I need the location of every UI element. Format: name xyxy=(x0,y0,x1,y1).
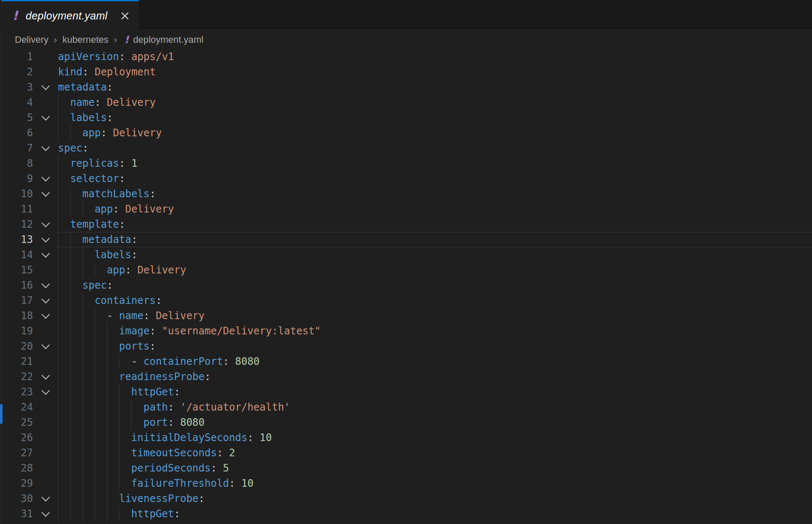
line-number[interactable]: 9 xyxy=(0,171,33,186)
line-number[interactable]: 18 xyxy=(0,308,33,323)
line-number[interactable]: 4 xyxy=(0,95,33,110)
code-line[interactable]: 16spec: xyxy=(0,278,812,293)
code-line[interactable]: 12template: xyxy=(0,217,812,232)
code-line[interactable]: 18- name: Delivery xyxy=(0,308,812,323)
code-line[interactable]: 3metadata: xyxy=(0,80,812,95)
chevron-down-icon[interactable] xyxy=(41,508,50,517)
fold-zone[interactable] xyxy=(33,217,58,232)
fold-zone[interactable] xyxy=(33,110,58,125)
line-number[interactable]: 22 xyxy=(0,369,33,384)
line-number[interactable]: 19 xyxy=(0,323,33,339)
fold-zone[interactable] xyxy=(33,232,58,247)
fold-zone[interactable] xyxy=(33,186,58,201)
line-number[interactable]: 25 xyxy=(0,415,33,430)
fold-zone[interactable] xyxy=(33,354,58,369)
breadcrumb-item[interactable]: kubernetes xyxy=(63,34,109,45)
line-number[interactable]: 2 xyxy=(0,64,33,80)
chevron-down-icon[interactable] xyxy=(41,219,50,227)
fold-zone[interactable] xyxy=(33,262,58,278)
code-line[interactable]: 28periodSeconds: 5 xyxy=(0,461,812,476)
fold-zone[interactable] xyxy=(33,247,58,262)
code-line[interactable]: 13metadata: xyxy=(0,232,812,247)
code-line[interactable]: 4name: Delivery xyxy=(0,95,812,110)
fold-zone[interactable] xyxy=(33,430,58,445)
fold-zone[interactable] xyxy=(33,491,58,506)
fold-zone[interactable] xyxy=(33,293,58,308)
fold-zone[interactable] xyxy=(33,64,58,80)
chevron-down-icon[interactable] xyxy=(41,386,50,395)
line-number[interactable]: 30 xyxy=(0,491,33,506)
fold-zone[interactable] xyxy=(33,201,58,217)
line-number[interactable]: 8 xyxy=(0,156,33,171)
code-line[interactable]: 15app: Delivery xyxy=(0,262,812,278)
line-number[interactable]: 27 xyxy=(0,445,33,461)
code-line[interactable]: 20ports: xyxy=(0,339,812,354)
line-number[interactable]: 12 xyxy=(0,217,33,232)
chevron-down-icon[interactable] xyxy=(41,82,50,90)
chevron-down-icon[interactable] xyxy=(41,341,50,349)
line-number[interactable]: 31 xyxy=(0,506,33,521)
code-line[interactable]: 27timeoutSeconds: 2 xyxy=(0,445,812,461)
line-number[interactable]: 10 xyxy=(0,186,33,201)
line-number[interactable]: 21 xyxy=(0,354,33,369)
chevron-down-icon[interactable] xyxy=(41,112,50,121)
chevron-down-icon[interactable] xyxy=(41,295,50,303)
code-line[interactable]: 29failureThreshold: 10 xyxy=(0,476,812,491)
fold-zone[interactable] xyxy=(33,400,58,415)
close-tab-icon[interactable]: × xyxy=(120,9,130,22)
code-line[interactable]: 14labels: xyxy=(0,247,812,262)
fold-zone[interactable] xyxy=(33,415,58,430)
line-number[interactable]: 11 xyxy=(0,201,33,217)
line-number[interactable]: 28 xyxy=(0,461,33,476)
chevron-down-icon[interactable] xyxy=(41,188,50,197)
fold-zone[interactable] xyxy=(33,125,58,141)
code-line[interactable]: 10matchLabels: xyxy=(0,186,812,201)
code-line[interactable]: 25port: 8080 xyxy=(0,415,812,430)
chevron-down-icon[interactable] xyxy=(41,143,50,151)
fold-zone[interactable] xyxy=(33,445,58,461)
chevron-down-icon[interactable] xyxy=(41,371,50,380)
fold-zone[interactable] xyxy=(33,80,58,95)
line-number[interactable]: 14 xyxy=(0,247,33,262)
code-line[interactable]: 6app: Delivery xyxy=(0,125,812,141)
line-number[interactable]: 26 xyxy=(0,430,33,445)
fold-zone[interactable] xyxy=(33,95,58,110)
code-line[interactable]: 17containers: xyxy=(0,293,812,308)
fold-zone[interactable] xyxy=(33,171,58,186)
code-editor[interactable]: 1apiVersion: apps/v12kind: Deployment3me… xyxy=(0,49,812,521)
code-line[interactable]: 11app: Delivery xyxy=(0,201,812,217)
fold-zone[interactable] xyxy=(33,141,58,156)
line-number[interactable]: 7 xyxy=(0,141,33,156)
line-number[interactable]: 13 xyxy=(0,232,33,247)
breadcrumb-file[interactable]: deployment.yaml xyxy=(133,34,203,45)
breadcrumb-item[interactable]: Delivery xyxy=(15,34,48,45)
code-line[interactable]: 1apiVersion: apps/v1 xyxy=(0,49,812,64)
chevron-down-icon[interactable] xyxy=(41,173,50,182)
code-line[interactable]: 24path: '/actuator/health' xyxy=(0,400,812,415)
chevron-down-icon[interactable] xyxy=(41,280,50,288)
code-line[interactable]: 30livenessProbe: xyxy=(0,491,812,506)
line-number[interactable]: 1 xyxy=(0,49,33,64)
line-number[interactable]: 23 xyxy=(0,384,33,400)
code-line[interactable]: 26initialDelaySeconds: 10 xyxy=(0,430,812,445)
code-line[interactable]: 2kind: Deployment xyxy=(0,64,812,80)
code-line[interactable]: 8replicas: 1 xyxy=(0,156,812,171)
code-line[interactable]: 7spec: xyxy=(0,141,812,156)
fold-zone[interactable] xyxy=(33,156,58,171)
chevron-down-icon[interactable] xyxy=(41,249,50,258)
code-line[interactable]: 23httpGet: xyxy=(0,384,812,400)
fold-zone[interactable] xyxy=(33,323,58,339)
chevron-down-icon[interactable] xyxy=(41,310,50,319)
fold-zone[interactable] xyxy=(33,384,58,400)
fold-zone[interactable] xyxy=(33,461,58,476)
code-line[interactable]: 21- containerPort: 8080 xyxy=(0,354,812,369)
line-number[interactable]: 15 xyxy=(0,262,33,278)
code-line[interactable]: 31httpGet: xyxy=(0,506,812,521)
code-line[interactable]: 22readinessProbe: xyxy=(0,369,812,384)
fold-zone[interactable] xyxy=(33,369,58,384)
line-number[interactable]: 29 xyxy=(0,476,33,491)
fold-zone[interactable] xyxy=(33,476,58,491)
fold-zone[interactable] xyxy=(33,308,58,323)
line-number[interactable]: 17 xyxy=(0,293,33,308)
line-number[interactable]: 6 xyxy=(0,125,33,141)
